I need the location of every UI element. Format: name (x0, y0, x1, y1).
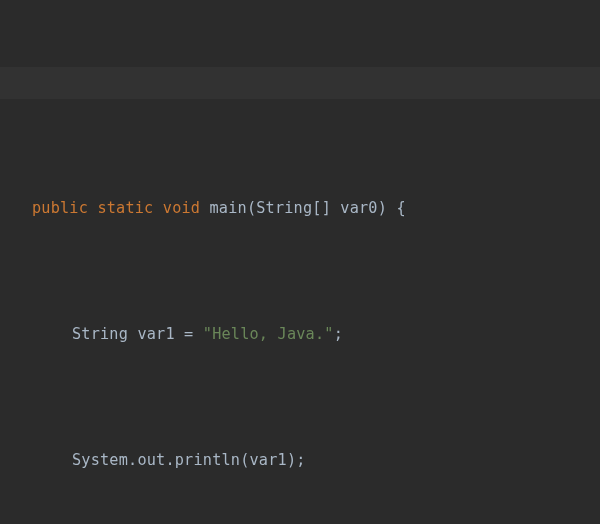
keyword: static (97, 199, 153, 217)
code-line: public static void main(String[] var0) { (32, 193, 600, 225)
code-editor[interactable]: public static void main(String[] var0) {… (0, 0, 600, 524)
code-line: String var1 = "Hello, Java."; (32, 319, 600, 351)
current-line-highlight (0, 67, 600, 99)
keyword: public (32, 199, 88, 217)
keyword: void (163, 199, 200, 217)
string-literal: "Hello, Java." (203, 325, 334, 343)
code-text: String var1 = (72, 325, 203, 343)
field-ref: out (137, 451, 165, 469)
code-content: public static void main(String[] var0) {… (32, 99, 600, 525)
code-line: System.out.println(var1); (32, 445, 600, 477)
code-text: main(String[] var0) { (210, 199, 406, 217)
